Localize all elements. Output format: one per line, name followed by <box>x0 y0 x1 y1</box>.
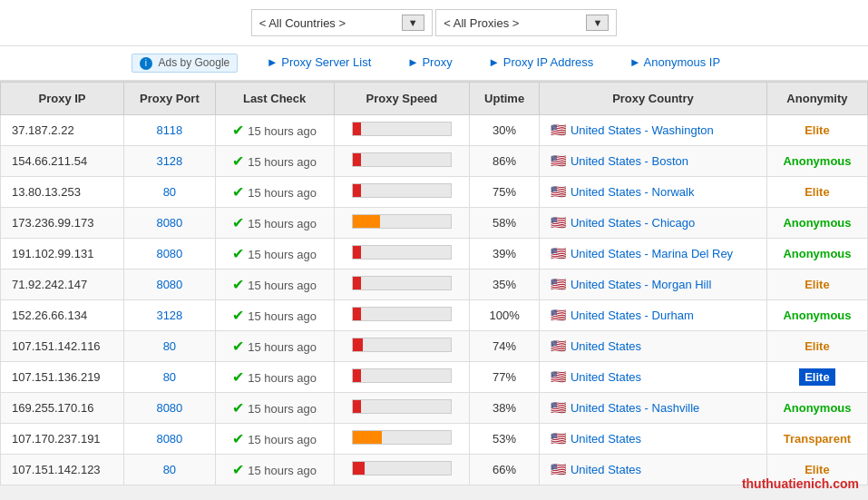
cell-country[interactable]: 🇺🇸United States <box>539 330 766 361</box>
cell-uptime: 38% <box>470 392 540 423</box>
check-icon: ✔ <box>232 431 244 446</box>
flag-icon: 🇺🇸 <box>551 369 566 384</box>
speed-bar <box>353 246 361 259</box>
port-link[interactable]: 3128 <box>156 309 182 322</box>
port-link[interactable]: 8080 <box>156 401 182 415</box>
cell-country[interactable]: 🇺🇸United States - Marina Del Rey <box>539 238 766 269</box>
cell-country[interactable]: 🇺🇸United States - Durham <box>539 299 766 330</box>
country-link[interactable]: United States <box>571 432 641 446</box>
check-icon: ✔ <box>232 369 244 385</box>
proxies-arrow[interactable]: ▼ <box>586 15 609 31</box>
country-link[interactable]: United States - Boston <box>571 154 688 168</box>
cell-country[interactable]: 🇺🇸United States - Boston <box>539 145 766 176</box>
cell-port[interactable]: 80 <box>124 176 216 207</box>
table-row: 13.80.13.25380✔15 hours ago75%🇺🇸United S… <box>1 176 868 207</box>
speed-bar <box>353 215 380 228</box>
table-row: 173.236.99.1738080✔15 hours ago58%🇺🇸Unit… <box>1 207 868 238</box>
check-icon: ✔ <box>232 400 244 416</box>
nav-proxy-server-list[interactable]: ► Proxy Server List <box>267 55 371 69</box>
country-link[interactable]: United States - Washington <box>571 123 714 137</box>
country-link[interactable]: United States - Durham <box>571 309 694 322</box>
speed-bar-container <box>352 152 452 167</box>
cell-ip: 169.255.170.16 <box>1 392 124 423</box>
speed-bar-container <box>352 276 452 290</box>
cell-port[interactable]: 8080 <box>124 269 216 299</box>
country-link[interactable]: United States - Marina Del Rey <box>571 247 733 260</box>
cell-port[interactable]: 3128 <box>124 145 216 176</box>
country-link[interactable]: United States - Nashville <box>571 401 699 415</box>
col-last-check: Last Check <box>215 82 334 114</box>
speed-bar-container <box>352 122 452 136</box>
cell-ip: 107.151.142.116 <box>1 330 124 361</box>
cell-country[interactable]: 🇺🇸United States - Norwalk <box>539 176 766 207</box>
cell-last-check: ✔15 hours ago <box>215 207 334 238</box>
speed-bar <box>353 462 365 475</box>
port-link[interactable]: 8080 <box>156 247 182 260</box>
cell-country[interactable]: 🇺🇸United States <box>539 361 766 392</box>
country-link[interactable]: United States <box>571 463 641 476</box>
cell-ip: 13.80.13.253 <box>1 176 124 207</box>
country-link[interactable]: United States - Morgan Hill <box>571 278 711 291</box>
proxies-dropdown[interactable]: < All Proxies > ▼ <box>435 9 617 36</box>
nav-anonymous-ip[interactable]: ► Anonymous IP <box>629 55 720 69</box>
table-row: 169.255.170.168080✔15 hours ago38%🇺🇸Unit… <box>1 392 868 423</box>
speed-bar <box>353 338 363 351</box>
cell-uptime: 39% <box>470 238 540 269</box>
nav-proxy-ip-address[interactable]: ► Proxy IP Address <box>488 55 593 69</box>
flag-icon: 🇺🇸 <box>551 184 566 199</box>
proxies-label: < All Proxies > <box>444 16 519 30</box>
cell-country[interactable]: 🇺🇸United States - Nashville <box>539 392 766 423</box>
cell-port[interactable]: 8080 <box>124 238 216 269</box>
nav-proxy[interactable]: ► Proxy <box>407 55 453 69</box>
cell-port[interactable]: 80 <box>124 361 216 392</box>
port-link[interactable]: 8080 <box>156 216 182 230</box>
cell-port[interactable]: 8080 <box>124 207 216 238</box>
country-link[interactable]: United States - Chicago <box>571 216 695 230</box>
cell-last-check: ✔15 hours ago <box>215 392 334 423</box>
cell-port[interactable]: 3128 <box>124 299 216 330</box>
cell-anonymity: Anonymous <box>766 145 867 176</box>
anonymity-label: Anonymous <box>783 154 851 168</box>
check-icon: ✔ <box>232 184 244 200</box>
flag-icon: 🇺🇸 <box>551 215 566 230</box>
cell-port[interactable]: 80 <box>124 454 216 485</box>
cell-port[interactable]: 8118 <box>124 114 216 145</box>
flag-icon: 🇺🇸 <box>551 431 566 446</box>
cell-port[interactable]: 8080 <box>124 392 216 423</box>
cell-last-check: ✔15 hours ago <box>215 176 334 207</box>
countries-dropdown[interactable]: < All Countries > ▼ <box>251 9 433 36</box>
port-link[interactable]: 80 <box>163 463 176 476</box>
cell-ip: 152.26.66.134 <box>1 299 124 330</box>
cell-ip: 107.151.136.219 <box>1 361 124 392</box>
cell-country[interactable]: 🇺🇸United States <box>539 454 766 485</box>
country-link[interactable]: United States <box>571 339 641 353</box>
cell-speed <box>334 238 470 269</box>
cell-country[interactable]: 🇺🇸United States - Morgan Hill <box>539 269 766 299</box>
port-link[interactable]: 8080 <box>156 278 182 291</box>
table-row: 37.187.2.228118✔15 hours ago30%🇺🇸United … <box>1 114 868 145</box>
cell-uptime: 53% <box>470 423 540 454</box>
table-row: 107.170.237.1918080✔15 hours ago53%🇺🇸Uni… <box>1 423 868 454</box>
cell-port[interactable]: 80 <box>124 330 216 361</box>
port-link[interactable]: 3128 <box>156 154 182 168</box>
country-link[interactable]: United States - Norwalk <box>571 185 695 199</box>
cell-country[interactable]: 🇺🇸United States <box>539 423 766 454</box>
speed-bar-container <box>352 368 452 383</box>
cell-country[interactable]: 🇺🇸United States - Washington <box>539 114 766 145</box>
check-icon: ✔ <box>232 123 244 138</box>
speed-bar <box>353 400 361 413</box>
cell-anonymity: Anonymous <box>766 299 867 330</box>
port-link[interactable]: 80 <box>163 370 176 384</box>
speed-bar-container <box>352 399 452 414</box>
port-link[interactable]: 80 <box>163 339 176 353</box>
check-icon: ✔ <box>232 246 244 261</box>
cell-port[interactable]: 8080 <box>124 423 216 454</box>
port-link[interactable]: 80 <box>163 185 176 199</box>
port-link[interactable]: 8118 <box>156 123 182 137</box>
cell-speed <box>334 423 470 454</box>
port-link[interactable]: 8080 <box>156 432 182 446</box>
cell-country[interactable]: 🇺🇸United States - Chicago <box>539 207 766 238</box>
countries-arrow[interactable]: ▼ <box>402 15 424 31</box>
speed-bar <box>353 308 361 320</box>
country-link[interactable]: United States <box>571 370 641 384</box>
